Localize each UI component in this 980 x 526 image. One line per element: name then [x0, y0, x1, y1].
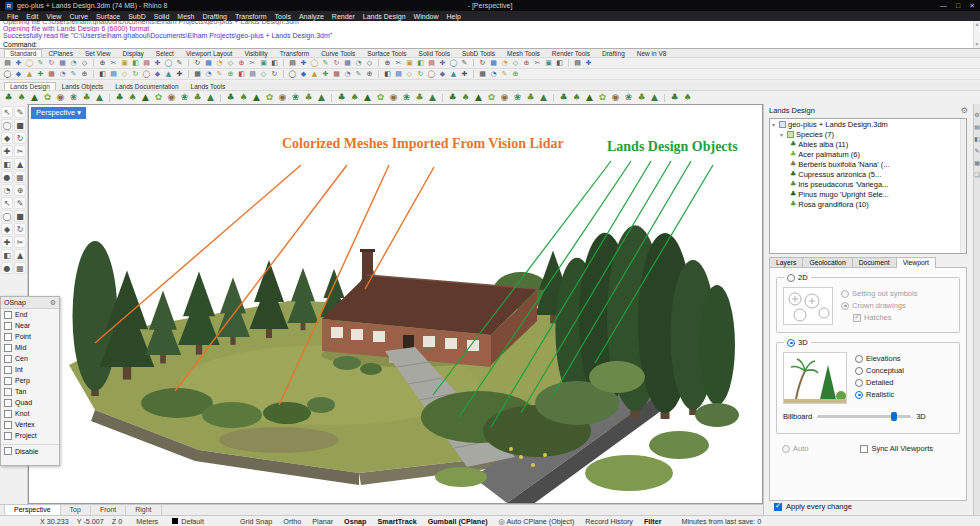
toolbar-icon[interactable]: ◧ — [237, 70, 246, 79]
3d-preview-thumbnail[interactable] — [783, 352, 847, 404]
status-toggle-gumball-cplane[interactable]: Gumball (CPlane) — [428, 517, 488, 526]
toolbar-icon[interactable]: ♠ — [682, 92, 693, 103]
tool-icon[interactable]: ◔ — [1, 184, 13, 196]
gear-icon[interactable]: ⚙ — [50, 299, 56, 307]
toolbar-icon[interactable]: ♠ — [16, 92, 27, 103]
toolbar-tab-drafting[interactable]: Drafting — [596, 49, 631, 57]
current-layer-indicator[interactable]: Default — [172, 517, 204, 526]
toolbar-icon[interactable]: ✿ — [153, 92, 164, 103]
toolbar-icon[interactable]: ♣ — [336, 92, 347, 103]
toolbar-icon[interactable]: ♠ — [238, 92, 249, 103]
menu-mesh[interactable]: Mesh — [173, 13, 198, 20]
tool-icon[interactable]: ▦ — [14, 262, 26, 274]
panel-icon[interactable]: ❏ — [974, 172, 979, 178]
lands-tab-lands-objects[interactable]: Lands Objects — [56, 82, 110, 90]
layers-icon[interactable]: ◧ — [974, 136, 980, 142]
toolbar-icon[interactable]: ❀ — [401, 92, 412, 103]
toolbar-icon[interactable]: ♣ — [192, 92, 203, 103]
viewport-tab-perspective[interactable]: Perspective — [4, 505, 61, 515]
toolbar-icon[interactable]: ↻ — [131, 70, 140, 79]
toolbar-icon[interactable]: ▤ — [248, 70, 257, 79]
toolbar-icon[interactable]: ◇ — [120, 70, 129, 79]
toolbar-tab-display[interactable]: Display — [117, 49, 150, 57]
toolbar-icon[interactable]: ▲ — [251, 92, 262, 103]
species-item[interactable]: ♣Pinus mugo 'Upright Sele... — [770, 189, 966, 199]
toolbar-icon[interactable]: ◇ — [365, 59, 374, 68]
toolbar-icon[interactable]: ▦ — [332, 70, 341, 79]
toolbar-icon[interactable]: ↻ — [416, 70, 425, 79]
toolbar-icon[interactable]: ◯ — [25, 59, 34, 68]
toolbar-icon[interactable]: ▲ — [473, 92, 484, 103]
osnap-option-mid[interactable]: Mid — [1, 342, 59, 353]
species-item[interactable]: ♣Cupressus arizonica (5... — [770, 169, 966, 179]
toolbar-icon[interactable]: ◧ — [98, 70, 107, 79]
toolbar-icon[interactable]: ♣ — [81, 92, 92, 103]
toolbar-icon[interactable]: ✎ — [500, 70, 509, 79]
toolbar-icon[interactable]: ♣ — [414, 92, 425, 103]
toolbar-icon[interactable]: ◯ — [3, 70, 12, 79]
toolbar-icon[interactable]: ▦ — [58, 59, 67, 68]
status-toggle-smarttrack[interactable]: SmartTrack — [377, 517, 416, 526]
checkbox-icon[interactable] — [4, 355, 12, 363]
toolbar-icon[interactable]: ◯ — [427, 70, 436, 79]
radio-2d[interactable] — [787, 274, 795, 282]
status-toggle-osnap[interactable]: Osnap — [344, 517, 366, 526]
toolbar-icon[interactable]: ◯ — [449, 59, 458, 68]
toolbar-icon[interactable]: ⊕ — [365, 70, 374, 79]
toolbar-icon[interactable]: ◧ — [416, 59, 425, 68]
osnap-option-tan[interactable]: Tan — [1, 386, 59, 397]
toolbar-icon[interactable]: ✚ — [36, 70, 45, 79]
tool-icon[interactable]: ◆ — [1, 223, 13, 235]
lands-tab-lands-tools[interactable]: Lands Tools — [185, 82, 232, 90]
toolbar-tab-viewport-layout[interactable]: Viewport Layout — [180, 49, 239, 57]
toolbar-icon[interactable]: ▤ — [288, 59, 297, 68]
toolbar-icon[interactable]: ↻ — [478, 59, 487, 68]
toolbar-icon[interactable]: ▲ — [94, 92, 105, 103]
option-hatches[interactable]: Hatches — [853, 313, 917, 322]
toolbar-icon[interactable]: ✎ — [354, 70, 363, 79]
tool-icon[interactable]: ✚ — [1, 145, 13, 157]
osnap-option-quad[interactable]: Quad — [1, 397, 59, 408]
checkbox-icon[interactable] — [4, 432, 12, 440]
tree-species-folder[interactable]: ▾ Species (7) — [770, 129, 966, 139]
checkbox-icon[interactable] — [4, 311, 12, 319]
toolbar-icon[interactable]: ▦ — [343, 59, 352, 68]
toolbar-icon[interactable]: ◉ — [388, 92, 399, 103]
panel-tab-viewport[interactable]: Viewport — [896, 257, 936, 268]
status-toggle-auto-cplane-object[interactable]: ◎ Auto CPlane (Object) — [499, 517, 575, 526]
toolbar-icon[interactable]: ▤ — [3, 59, 12, 68]
toolbar-icon[interactable]: ♣ — [669, 92, 680, 103]
toolbar-tab-solid-tools[interactable]: Solid Tools — [413, 49, 456, 57]
checkbox-icon[interactable] — [4, 410, 12, 418]
menu-tools[interactable]: Tools — [271, 13, 295, 20]
slider-handle[interactable] — [891, 412, 897, 421]
toolbar-icon[interactable]: ◔ — [58, 70, 67, 79]
expand-arrow-icon[interactable]: ▾ — [772, 121, 777, 128]
toolbar-icon[interactable]: ◯ — [310, 59, 319, 68]
option-auto[interactable]: Auto — [782, 444, 808, 453]
toolbar-icon[interactable]: ◧ — [270, 59, 279, 68]
toolbar-icon[interactable]: ⊕ — [522, 59, 531, 68]
menu-transform[interactable]: Transform — [231, 13, 271, 20]
toolbar-icon[interactable]: ◧ — [555, 59, 564, 68]
toolbar-icon[interactable]: ♣ — [558, 92, 569, 103]
toolbar-icon[interactable]: ♣ — [636, 92, 647, 103]
toolbar-icon[interactable]: ◧ — [131, 59, 140, 68]
checkbox-icon[interactable] — [4, 333, 12, 341]
command-scrollbar[interactable]: ▲▼ — [973, 21, 980, 48]
toolbar-icon[interactable]: ▦ — [204, 59, 213, 68]
tool-icon[interactable]: ↖ — [1, 106, 13, 118]
menu-surface[interactable]: Surface — [92, 13, 124, 20]
toolbar-icon[interactable]: ◉ — [166, 92, 177, 103]
osnap-option-end[interactable]: End — [1, 309, 59, 320]
radio-3d[interactable] — [787, 339, 795, 347]
toolbar-tab-transform[interactable]: Transform — [274, 49, 315, 57]
option-sync-all-viewports[interactable]: Sync All Viewports — [860, 444, 933, 453]
toolbar-icon[interactable]: ♣ — [447, 92, 458, 103]
checkbox-icon[interactable] — [4, 421, 12, 429]
toolbar-icon[interactable]: ◇ — [511, 59, 520, 68]
gear-icon[interactable]: ⚙ — [961, 106, 968, 115]
toolbar-icon[interactable]: ♣ — [3, 92, 14, 103]
checkbox-icon[interactable] — [4, 344, 12, 352]
toolbar-icon[interactable]: ✂ — [248, 59, 257, 68]
